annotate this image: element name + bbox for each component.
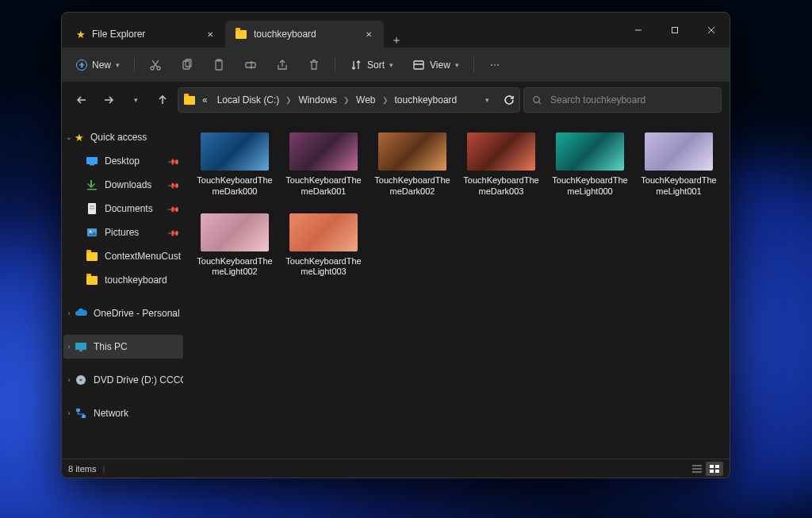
file-item[interactable]: TouchKeyboardThemeDark002 bbox=[373, 130, 451, 200]
file-name: TouchKeyboardThemeLight000 bbox=[552, 175, 628, 198]
sidebar-item-pictures[interactable]: Pictures 📌 bbox=[63, 221, 183, 244]
close-button[interactable] bbox=[693, 13, 730, 48]
tab-touchkeyboard[interactable]: touchkeyboard ✕ bbox=[225, 21, 384, 48]
pictures-icon bbox=[86, 226, 98, 239]
search-input[interactable] bbox=[549, 94, 713, 106]
sidebar-label: Documents bbox=[105, 203, 153, 214]
file-item[interactable]: TouchKeyboardThemeLight001 bbox=[640, 130, 718, 200]
sidebar-item-documents[interactable]: Documents 📌 bbox=[63, 197, 183, 221]
tab-label: File Explorer bbox=[92, 29, 145, 40]
pin-icon: 📌 bbox=[167, 155, 180, 167]
address-bar[interactable]: « Local Disk (C:) ❯ Windows ❯ Web ❯ touc… bbox=[178, 87, 520, 113]
breadcrumb-item[interactable]: Local Disk (C:) bbox=[214, 94, 283, 106]
content-pane[interactable]: TouchKeyboardThemeDark000TouchKeyboardTh… bbox=[185, 117, 730, 459]
thumbnail-image bbox=[201, 132, 269, 171]
chevron-right-icon: ❯ bbox=[343, 96, 350, 104]
new-label: New bbox=[92, 59, 111, 71]
chevron-right-icon[interactable]: › bbox=[65, 376, 73, 384]
paste-button[interactable] bbox=[205, 52, 233, 78]
new-button[interactable]: New ▾ bbox=[68, 52, 128, 78]
copy-button[interactable] bbox=[173, 52, 201, 78]
maximize-button[interactable] bbox=[657, 13, 693, 48]
close-icon[interactable]: ✕ bbox=[203, 27, 217, 41]
separator bbox=[335, 57, 335, 73]
chevron-down-icon[interactable]: ▾ bbox=[485, 96, 489, 104]
thumbnail-image bbox=[201, 213, 269, 251]
sidebar-item-folder[interactable]: ContextMenuCust bbox=[63, 244, 183, 268]
file-item[interactable]: TouchKeyboardThemeLight002 bbox=[196, 211, 274, 281]
tab-file-explorer[interactable]: ★ File Explorer ✕ bbox=[67, 21, 225, 48]
svg-point-18 bbox=[497, 64, 499, 66]
delete-button[interactable] bbox=[300, 52, 328, 78]
chevron-right-icon[interactable]: › bbox=[65, 343, 73, 351]
file-name: TouchKeyboardThemeDark003 bbox=[463, 175, 539, 198]
chevron-right-icon: ❯ bbox=[382, 96, 389, 104]
svg-rect-8 bbox=[183, 61, 190, 69]
disc-icon bbox=[75, 374, 87, 386]
chevron-right-icon[interactable]: › bbox=[65, 409, 73, 417]
file-item[interactable]: TouchKeyboardThemeDark003 bbox=[462, 130, 540, 200]
svg-rect-29 bbox=[75, 343, 86, 350]
chevron-down-icon[interactable]: ⌄ bbox=[65, 133, 73, 141]
search-box[interactable] bbox=[523, 87, 722, 113]
breadcrumb-item[interactable]: Windows bbox=[295, 94, 340, 106]
documents-icon bbox=[86, 202, 98, 215]
sidebar-item-thispc[interactable]: › This PC bbox=[63, 335, 183, 359]
pin-icon: 📌 bbox=[167, 226, 180, 239]
tab-label: touchkeyboard bbox=[254, 29, 316, 40]
sidebar-item-onedrive[interactable]: › OneDrive - Personal bbox=[63, 301, 183, 325]
file-item[interactable]: TouchKeyboardThemeDark000 bbox=[196, 130, 274, 200]
svg-rect-30 bbox=[79, 351, 82, 351]
svg-rect-41 bbox=[715, 470, 719, 473]
thumbnail-image bbox=[556, 132, 624, 171]
chevron-down-icon: ▾ bbox=[455, 61, 459, 69]
pin-icon: 📌 bbox=[167, 178, 180, 191]
thumbnail-image bbox=[289, 132, 358, 171]
view-button[interactable]: View ▾ bbox=[404, 52, 467, 78]
file-name: TouchKeyboardThemeDark001 bbox=[285, 175, 362, 198]
navigation-row: ▾ « Local Disk (C:) ❯ Windows ❯ Web ❯ to… bbox=[62, 82, 730, 117]
sort-button[interactable]: Sort ▾ bbox=[342, 52, 401, 78]
svg-point-19 bbox=[534, 96, 539, 102]
sidebar-item-downloads[interactable]: Downloads 📌 bbox=[63, 173, 183, 197]
sidebar-label: This PC bbox=[94, 341, 128, 352]
sidebar-item-desktop[interactable]: Desktop 📌 bbox=[63, 149, 183, 173]
view-icon bbox=[412, 59, 425, 71]
sidebar-label: Desktop bbox=[105, 155, 140, 167]
refresh-icon[interactable] bbox=[504, 94, 515, 106]
file-name: TouchKeyboardThemeLight001 bbox=[641, 175, 717, 198]
cut-button[interactable] bbox=[141, 52, 170, 78]
view-label: View bbox=[430, 59, 450, 71]
breadcrumb-item[interactable]: Web bbox=[353, 94, 378, 106]
up-button[interactable] bbox=[151, 88, 174, 112]
sidebar-label: DVD Drive (D:) CCCO bbox=[94, 374, 183, 386]
sidebar-item-network[interactable]: › Network bbox=[63, 401, 183, 425]
file-grid: TouchKeyboardThemeDark000TouchKeyboardTh… bbox=[196, 130, 722, 280]
share-button[interactable] bbox=[268, 52, 297, 78]
file-item[interactable]: TouchKeyboardThemeDark001 bbox=[285, 130, 362, 200]
close-icon[interactable]: ✕ bbox=[362, 27, 376, 41]
thumbnails-view-button[interactable] bbox=[706, 462, 723, 476]
navigation-pane: ⌄ ★ Quick access Desktop 📌 Downloads 📌 D… bbox=[62, 117, 185, 459]
sidebar-item-dvd[interactable]: › DVD Drive (D:) CCCO bbox=[63, 368, 183, 392]
forward-button[interactable] bbox=[97, 88, 121, 112]
back-button[interactable] bbox=[70, 88, 94, 112]
svg-point-17 bbox=[494, 64, 496, 66]
thispc-icon bbox=[75, 340, 87, 353]
breadcrumb-item[interactable]: touchkeyboard bbox=[392, 94, 461, 106]
sidebar-item-folder[interactable]: touchkeyboard bbox=[63, 268, 183, 292]
plus-circle-icon bbox=[76, 59, 87, 71]
recent-dropdown[interactable]: ▾ bbox=[124, 88, 147, 112]
breadcrumb-overflow[interactable]: « bbox=[199, 94, 211, 106]
rename-button[interactable] bbox=[236, 52, 265, 78]
sidebar-item-quickaccess[interactable]: ⌄ ★ Quick access bbox=[63, 125, 183, 149]
file-item[interactable]: TouchKeyboardThemeLight000 bbox=[551, 130, 629, 200]
svg-rect-21 bbox=[86, 157, 98, 164]
chevron-right-icon[interactable]: › bbox=[65, 309, 73, 317]
details-view-button[interactable] bbox=[688, 462, 706, 476]
desktop-icon bbox=[86, 155, 98, 167]
file-item[interactable]: TouchKeyboardThemeLight003 bbox=[285, 211, 362, 281]
minimize-button[interactable] bbox=[620, 13, 657, 48]
more-button[interactable] bbox=[481, 52, 509, 78]
add-tab-button[interactable]: ＋ bbox=[384, 33, 409, 48]
